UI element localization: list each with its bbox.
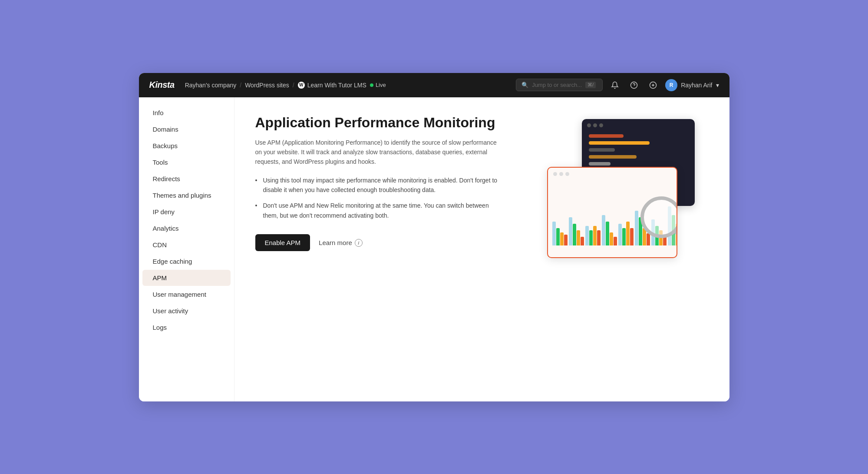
bar-group-1 (552, 222, 568, 245)
card-front-dot-2 (559, 172, 563, 176)
nav-right: 🔍 Jump to or search... ⌘/ R Rayhan Arif … (516, 78, 719, 92)
code-line-1 (589, 134, 624, 138)
live-badge: Live (370, 82, 386, 88)
breadcrumb-sep-2: / (293, 82, 294, 89)
top-nav: Kinsta Rayhan's company / WordPress site… (139, 73, 729, 97)
search-icon: 🔍 (521, 82, 528, 88)
logo: Kinsta (149, 80, 175, 90)
breadcrumb-company[interactable]: Rayhan's company (185, 82, 237, 89)
bar-group-4 (602, 215, 617, 245)
sidebar: Info Domains Backups Tools Redirects The… (139, 97, 234, 401)
sidebar-item-themes-plugins[interactable]: Themes and plugins (142, 187, 231, 203)
card-front-dot-1 (553, 172, 557, 176)
enable-apm-button[interactable]: Enable APM (255, 234, 310, 251)
code-line-2 (589, 141, 650, 145)
info-icon: i (355, 239, 363, 247)
breadcrumb-sites[interactable]: WordPress sites (245, 82, 289, 89)
svg-line-6 (676, 232, 677, 245)
bar-group-3 (585, 226, 601, 245)
bar-group-2 (569, 217, 584, 245)
user-name: Rayhan Arif (681, 82, 712, 89)
dot-3 (599, 123, 603, 127)
sidebar-item-domains[interactable]: Domains (142, 121, 231, 137)
user-menu-chevron-icon: ▾ (716, 82, 719, 89)
live-label: Live (376, 82, 386, 88)
bar-group-5 (618, 222, 634, 245)
page-description: Use APM (Application Monitoring Performa… (255, 138, 498, 167)
code-line-5 (589, 162, 611, 166)
sidebar-item-logs[interactable]: Logs (142, 319, 231, 335)
code-line-4 (589, 155, 637, 159)
add-button[interactable] (646, 78, 660, 92)
card-front-dots (548, 168, 677, 180)
dot-2 (593, 123, 597, 127)
sidebar-item-info[interactable]: Info (142, 105, 231, 121)
chart-area (548, 180, 677, 245)
dot-1 (587, 123, 591, 127)
chart-card (547, 167, 677, 258)
sidebar-item-ip-deny[interactable]: IP deny (142, 204, 231, 220)
bullet-list: Using this tool may impact site performa… (255, 176, 498, 221)
card-front-dot-3 (565, 172, 569, 176)
sidebar-item-user-activity[interactable]: User activity (142, 303, 231, 319)
bullet-item-2: Don't use APM and New Relic monitoring a… (255, 201, 498, 220)
wp-icon: W (298, 82, 305, 89)
magnifier-icon (637, 193, 677, 250)
breadcrumb-site-name[interactable]: Learn With Tutor LMS (307, 82, 366, 89)
live-dot (370, 83, 373, 87)
user-avatar: R (665, 79, 677, 91)
breadcrumb: Rayhan's company / WordPress sites / W L… (185, 82, 506, 89)
learn-more-link[interactable]: Learn more i (319, 239, 363, 247)
sidebar-item-edge-caching[interactable]: Edge caching (142, 253, 231, 269)
illustration-area (547, 119, 712, 258)
browser-window: Kinsta Rayhan's company / WordPress site… (139, 73, 729, 401)
main-content: Application Performance Monitoring Use A… (234, 97, 729, 401)
search-box[interactable]: 🔍 Jump to or search... ⌘/ (516, 79, 603, 91)
sidebar-item-tools[interactable]: Tools (142, 154, 231, 170)
sidebar-item-backups[interactable]: Backups (142, 138, 231, 154)
breadcrumb-sep-1: / (240, 82, 241, 89)
sidebar-item-redirects[interactable]: Redirects (142, 171, 231, 187)
search-placeholder: Jump to or search... (532, 82, 582, 88)
bullet-item-1: Using this tool may impact site performa… (255, 176, 498, 195)
breadcrumb-site: W Learn With Tutor LMS (298, 82, 366, 89)
card-back-dots (582, 119, 695, 132)
sidebar-item-user-management[interactable]: User management (142, 286, 231, 302)
user-menu[interactable]: R Rayhan Arif ▾ (665, 79, 719, 91)
sidebar-item-apm[interactable]: APM (142, 270, 231, 286)
search-shortcut: ⌘/ (585, 82, 596, 88)
notifications-button[interactable] (608, 78, 622, 92)
help-button[interactable] (627, 78, 641, 92)
svg-point-5 (642, 198, 677, 236)
main-layout: Info Domains Backups Tools Redirects The… (139, 97, 729, 401)
sidebar-item-analytics[interactable]: Analytics (142, 220, 231, 236)
code-line-3 (589, 148, 615, 152)
learn-more-label: Learn more (319, 239, 352, 246)
sidebar-item-cdn[interactable]: CDN (142, 237, 231, 253)
